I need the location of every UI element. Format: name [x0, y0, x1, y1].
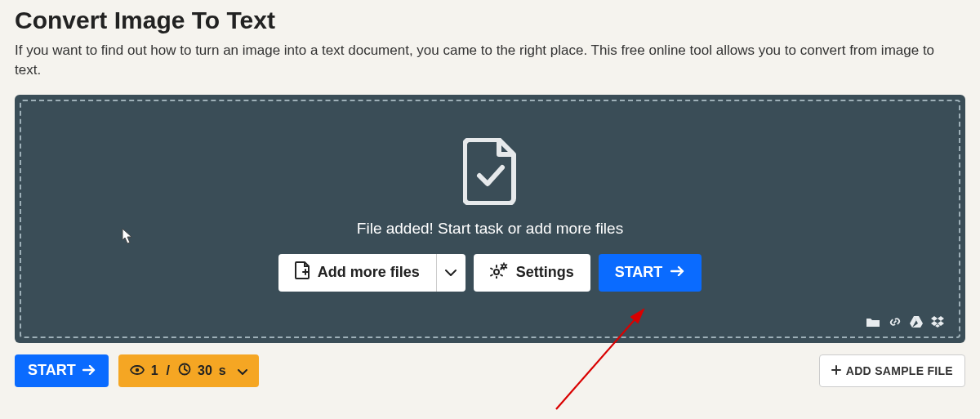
chevron-down-icon: [445, 266, 457, 279]
clock-icon: [178, 363, 191, 379]
job-status-pill[interactable]: 1 / 30 s: [118, 354, 259, 387]
folder-icon[interactable]: [866, 316, 880, 328]
svg-point-2: [135, 368, 138, 371]
add-more-files-button[interactable]: Add more files: [278, 254, 436, 292]
upload-panel: File added! Start task or add more files…: [15, 95, 965, 343]
add-more-label: Add more files: [318, 264, 420, 281]
duration-unit: s: [219, 363, 226, 378]
bottom-start-label: START: [28, 362, 76, 379]
google-drive-icon[interactable]: [910, 316, 923, 328]
file-check-icon: [463, 138, 517, 208]
add-sample-file-button[interactable]: ADD SAMPLE FILE: [819, 354, 965, 387]
link-icon[interactable]: [889, 315, 902, 328]
file-add-icon: [295, 261, 310, 283]
settings-button[interactable]: Settings: [474, 254, 590, 292]
page-subtitle: If you want to find out how to turn an i…: [15, 41, 954, 80]
duration-value: 30: [198, 363, 212, 378]
arrow-right-icon: [670, 264, 685, 281]
add-more-group: Add more files: [278, 254, 466, 292]
gear-icon: [490, 262, 508, 283]
bottom-start-button[interactable]: START: [15, 354, 109, 387]
add-sample-label: ADD SAMPLE FILE: [846, 364, 953, 377]
file-count: 1: [151, 363, 158, 378]
bottom-left-group: START 1 / 30 s: [15, 354, 259, 387]
svg-point-0: [494, 270, 499, 274]
storage-providers: [866, 315, 944, 328]
page-title: Convert Image To Text: [15, 7, 965, 34]
add-more-dropdown-button[interactable]: [436, 254, 466, 292]
separator: /: [167, 363, 170, 378]
dropzone-message: File added! Start task or add more files: [357, 220, 623, 238]
chevron-down-icon: [238, 363, 247, 378]
settings-label: Settings: [516, 264, 574, 281]
start-label: START: [615, 264, 663, 281]
dropzone[interactable]: File added! Start task or add more files…: [20, 100, 960, 338]
start-button[interactable]: START: [599, 254, 702, 292]
dropzone-actions: Add more files: [278, 254, 702, 292]
svg-point-1: [502, 265, 506, 268]
plus-icon: [831, 364, 841, 377]
dropbox-icon[interactable]: [931, 316, 944, 328]
eye-icon: [130, 363, 145, 378]
arrow-right-icon: [82, 362, 96, 379]
bottom-bar: START 1 / 30 s: [15, 354, 965, 387]
